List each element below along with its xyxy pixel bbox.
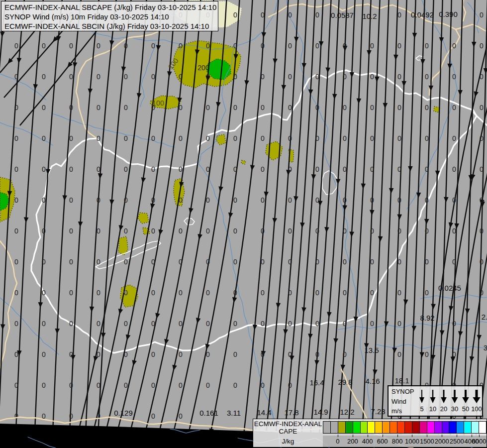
cin-zero-label: 0 xyxy=(233,350,237,358)
cape-colorbar-tick xyxy=(397,435,398,437)
cin-zero-label: 0 xyxy=(14,412,18,420)
wind-speed-label: 100 xyxy=(471,405,482,413)
cape-colorbar-cell xyxy=(331,422,338,433)
cin-zero-label: 0 xyxy=(206,320,210,328)
wind-speed-column: 20 xyxy=(438,386,449,416)
cape-legend-title-block: ECMWF-INDEX-ANAL CAPE xyxy=(253,419,323,436)
cin-zero-label: 0 xyxy=(179,73,183,81)
cin-zero-label: 0 xyxy=(370,134,374,142)
station-value-label: 0.0587 xyxy=(331,11,354,19)
cape-colorbar-cell xyxy=(442,422,450,433)
wind-speed-label: 50 xyxy=(462,405,469,413)
cin-zero-label: 0 xyxy=(206,42,210,50)
station-value-label: 3.11 xyxy=(227,409,241,417)
cin-zero-label: 0 xyxy=(42,320,46,328)
station-value-label: 4.16 xyxy=(365,377,380,385)
weather-map-stage: 0000000000000000000000000000000000000000… xyxy=(0,0,487,448)
cape-legend-unit: J/kg xyxy=(253,436,323,447)
cape-colorbar-tick xyxy=(383,435,383,437)
cape-colorbar-cell xyxy=(346,422,353,433)
cape-legend-parameter: CAPE xyxy=(253,428,323,435)
cin-zero-label: 0 xyxy=(370,289,374,297)
cin-zero-label: 0 xyxy=(370,104,374,112)
cin-zero-label: 0 xyxy=(261,227,265,235)
cin-zero-label: 0 xyxy=(69,350,73,358)
cape-colorbar-tick xyxy=(353,435,353,437)
cin-zero-label: 0 xyxy=(480,11,484,19)
cin-zero-label: 0 xyxy=(179,258,183,266)
cin-zero-label: 0 xyxy=(452,350,456,358)
wind-speed-arrow-icon xyxy=(461,389,470,404)
cin-zero-label: 0 xyxy=(179,227,183,235)
cin-zero-label: 0 xyxy=(233,381,237,389)
cin-zero-label: 0 xyxy=(206,196,210,204)
cin-zero-label: 0 xyxy=(124,73,128,81)
cin-zero-label: 0 xyxy=(397,42,401,50)
cin-zero-label: 0 xyxy=(315,320,319,328)
cin-zero-label: 0 xyxy=(233,165,237,173)
cape-colorbar xyxy=(323,421,487,434)
cape-colorbar-tick xyxy=(338,435,338,437)
station-value-label: 0.390 xyxy=(439,10,458,18)
cin-zero-label: 0 xyxy=(480,289,484,297)
cape-colorbar-tick-label: 0 xyxy=(336,438,339,445)
cin-zero-label: 0 xyxy=(124,258,128,266)
wind-speed-arrow-icon xyxy=(428,389,437,404)
cin-zero-label: 0 xyxy=(452,196,456,204)
wind-speed-arrow-icon xyxy=(450,389,459,404)
cin-zero-label: 0 xyxy=(397,258,401,266)
cape-legend-title: ECMWF-INDEX-ANAL xyxy=(253,420,323,428)
cin-zero-label: 0 xyxy=(288,289,292,297)
cin-zero-label: 0 xyxy=(425,104,429,112)
cape-colorbar-labels: 0200400600800100015002000250040006000 xyxy=(323,436,487,447)
wind-speed-arrow-icon xyxy=(417,389,426,404)
cin-zero-label: 0 xyxy=(14,320,18,328)
cin-zero-label: 0 xyxy=(97,196,100,204)
cape-colorbar-cell xyxy=(449,422,457,433)
station-value-label: 0.0492 xyxy=(411,10,434,19)
station-value-label: 16.4 xyxy=(309,378,324,387)
cape-colorbar-cell xyxy=(375,422,383,433)
cape-colorbar-tick xyxy=(412,435,412,437)
cin-zero-label: 0 xyxy=(233,134,237,142)
cin-zero-label: 0 xyxy=(233,104,237,112)
cin-zero-label: 0 xyxy=(397,165,401,173)
cin-zero-label: 0 xyxy=(14,350,18,358)
weather-map: 0000000000000000000000000000000000000000… xyxy=(0,0,487,448)
cin-zero-label: 0 xyxy=(69,196,73,204)
cin-zero-label: 0 xyxy=(14,227,18,235)
cin-zero-label: 0 xyxy=(452,258,456,266)
cin-zero-label: 0 xyxy=(480,104,484,112)
cin-zero-label: 0 xyxy=(343,227,347,235)
cin-zero-label: 0 xyxy=(261,134,265,142)
cin-zero-label: 0 xyxy=(315,42,319,50)
title-line-sbcape: ECMWF-INDEX-ANAL SBCAPE (J/kg) Friday 03… xyxy=(4,2,215,12)
wind-speed-label: 5 xyxy=(420,405,423,413)
cin-zero-label: 0 xyxy=(206,134,210,142)
cin-zero-label: 0 xyxy=(315,11,319,19)
cin-zero-label: 0 xyxy=(261,73,265,81)
cin-zero-label: 0 xyxy=(397,227,401,235)
cape-colorbar-tick xyxy=(479,435,480,437)
cin-zero-label: 0 xyxy=(315,104,319,112)
cin-zero-label: 0 xyxy=(397,196,401,204)
cin-zero-label: 0 xyxy=(124,227,128,235)
cin-zero-label: 0 xyxy=(480,73,484,81)
cin-zero-label: 0 xyxy=(397,320,401,328)
cin-zero-label: 0 xyxy=(452,42,456,50)
cin-zero-label: 0 xyxy=(69,42,73,50)
wind-speed-column: 100 xyxy=(471,386,482,416)
wind-speed-label: 30 xyxy=(451,405,458,413)
station-value-label: 8.92 xyxy=(420,314,434,322)
wind-speed-column: 10 xyxy=(427,386,438,416)
cin-zero-label: 0 xyxy=(97,134,100,142)
cin-zero-label: 0 xyxy=(97,320,100,328)
cin-zero-label: 0 xyxy=(179,412,183,420)
cin-zero-label: 0 xyxy=(343,104,347,112)
cin-zero-label: 0 xyxy=(397,104,401,112)
cin-zero-label: 0 xyxy=(179,165,183,173)
cin-zero-label: 0 xyxy=(206,289,210,297)
cape-colorbar-cell xyxy=(353,422,361,433)
cin-zero-label: 0 xyxy=(124,42,128,50)
graticule-cross-icon: + xyxy=(123,288,127,296)
